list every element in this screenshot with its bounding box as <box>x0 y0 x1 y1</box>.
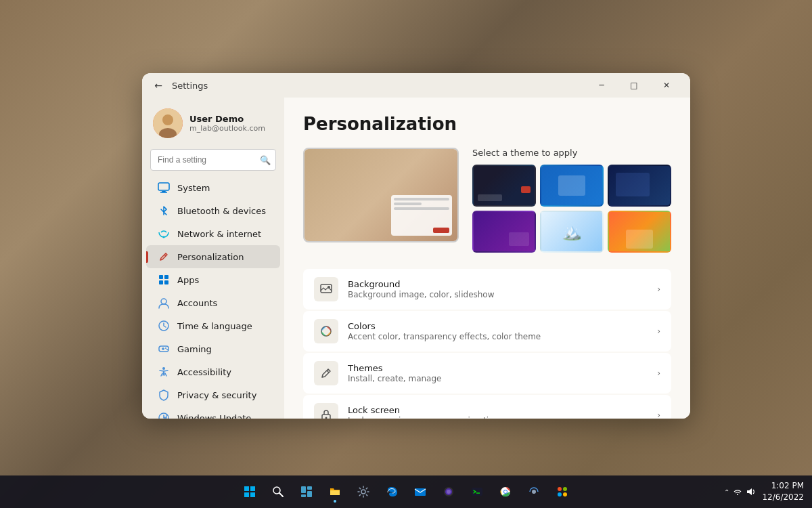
taskbar-widgets[interactable] <box>294 480 319 504</box>
time-icon <box>157 319 171 333</box>
taskbar-mail[interactable] <box>408 480 432 504</box>
svg-point-6 <box>163 236 165 238</box>
svg-point-1 <box>162 114 173 125</box>
taskbar-settings[interactable] <box>351 480 376 504</box>
taskbar-network-taskbar[interactable] <box>522 480 546 504</box>
settings-window: ← Settings ─ □ ✕ <box>142 73 690 419</box>
svg-rect-53 <box>558 492 562 496</box>
svg-point-17 <box>165 347 166 349</box>
window-title: Settings <box>172 81 586 91</box>
settings-item-background[interactable]: Background Background image, color, slid… <box>303 269 671 310</box>
colors-title: Colors <box>348 321 657 331</box>
search-input[interactable] <box>150 149 276 171</box>
theme-section: Select a theme to apply <box>303 148 671 253</box>
user-info: User Demo m_lab@outlook.com <box>189 114 273 133</box>
lock-screen-desc: Lock screen images, apps, animations <box>348 416 657 419</box>
mock-line-2 <box>394 203 422 205</box>
nav-item-gaming[interactable]: Gaming <box>146 337 280 360</box>
settings-item-colors[interactable]: Colors Accent color, transparency effect… <box>303 311 671 352</box>
svg-point-19 <box>162 367 165 370</box>
taskbar-clock[interactable]: 1:02 PM 12/6/2022 <box>762 480 804 503</box>
nav-item-system[interactable]: System <box>146 176 280 199</box>
system-tray: ⌃ <box>724 486 757 497</box>
taskbar-terminal[interactable] <box>465 480 489 504</box>
lock-screen-chevron: › <box>657 410 660 419</box>
sidebar: User Demo m_lab@outlook.com 🔍 <box>142 98 284 419</box>
svg-rect-10 <box>159 280 163 284</box>
search-icon: 🔍 <box>260 155 271 165</box>
theme-thumb-1[interactable] <box>472 165 536 207</box>
desktop: ← Settings ─ □ ✕ <box>0 0 812 508</box>
taskbar-store[interactable] <box>550 480 574 504</box>
settings-item-lock-screen[interactable]: Lock screen Lock screen images, apps, an… <box>303 395 671 419</box>
nav-label-network: Network & internet <box>177 229 261 239</box>
colors-text: Colors Accent color, transparency effect… <box>348 321 657 341</box>
close-button[interactable]: ✕ <box>651 76 682 95</box>
svg-rect-30 <box>244 486 249 491</box>
theme-thumb-6[interactable] <box>608 211 671 253</box>
privacy-icon <box>157 388 171 402</box>
taskbar-chrome[interactable] <box>493 480 518 504</box>
nav-item-windows-update[interactable]: Windows Update <box>146 406 280 419</box>
avatar <box>153 108 183 138</box>
svg-rect-3 <box>158 183 169 190</box>
nav-label-personalization: Personalization <box>177 252 244 262</box>
svg-point-12 <box>161 299 166 304</box>
minimize-button[interactable]: ─ <box>586 76 617 95</box>
nav-item-accounts[interactable]: Accounts <box>146 291 280 314</box>
svg-rect-31 <box>250 486 255 491</box>
svg-rect-51 <box>558 487 562 491</box>
maximize-button[interactable]: □ <box>618 76 650 95</box>
nav-item-bluetooth[interactable]: Bluetooth & devices <box>146 199 280 222</box>
lock-screen-icon <box>314 403 338 419</box>
theme-thumb-2[interactable] <box>540 165 604 207</box>
svg-rect-32 <box>244 492 249 497</box>
svg-rect-37 <box>307 486 312 490</box>
nav-item-privacy[interactable]: Privacy & security <box>146 383 280 406</box>
svg-point-44 <box>447 490 451 494</box>
nav-item-accessibility[interactable]: Accessibility <box>146 360 280 383</box>
settings-item-themes[interactable]: Themes Install, create, manage › <box>303 353 671 394</box>
clock-date: 12/6/2022 <box>762 492 804 503</box>
taskbar-file-explorer[interactable] <box>323 480 347 504</box>
mock-line-1 <box>394 198 449 200</box>
main-content: Personalization <box>284 98 690 419</box>
nav-item-personalization[interactable]: Personalization <box>146 245 280 268</box>
svg-rect-11 <box>164 280 168 284</box>
nav-item-apps[interactable]: Apps <box>146 268 280 291</box>
mock-button <box>433 228 449 233</box>
start-button[interactable] <box>238 480 262 504</box>
nav-item-network[interactable]: Network & internet <box>146 222 280 245</box>
svg-point-50 <box>532 490 536 494</box>
lock-screen-title: Lock screen <box>348 405 657 415</box>
background-desc: Background image, color, slideshow <box>348 290 657 299</box>
theme-grid-section: Select a theme to apply <box>472 148 671 253</box>
taskbar-search[interactable] <box>266 480 290 504</box>
svg-rect-52 <box>563 487 567 491</box>
personalization-icon <box>157 250 171 263</box>
taskbar-obs[interactable] <box>436 480 461 504</box>
svg-rect-39 <box>307 491 312 497</box>
taskbar-right: ⌃ 1:02 PM 12/6/2022 <box>724 480 804 503</box>
svg-line-24 <box>327 371 329 373</box>
background-icon <box>314 277 338 301</box>
back-button[interactable]: ← <box>150 77 166 93</box>
mock-line-3 <box>394 207 449 210</box>
nav-item-time[interactable]: Time & language <box>146 314 280 337</box>
nav-label-bluetooth: Bluetooth & devices <box>177 206 266 216</box>
colors-chevron: › <box>657 326 660 336</box>
taskbar-edge[interactable] <box>380 480 404 504</box>
nav-label-privacy: Privacy & security <box>177 390 256 400</box>
theme-thumb-4[interactable] <box>472 211 536 253</box>
nav-label-gaming: Gaming <box>177 344 212 354</box>
gaming-icon <box>157 342 171 356</box>
user-profile[interactable]: User Demo m_lab@outlook.com <box>142 103 284 149</box>
theme-thumb-3[interactable] <box>608 165 671 207</box>
tray-caret[interactable]: ⌃ <box>724 488 729 496</box>
themes-title: Themes <box>348 363 657 373</box>
themes-chevron: › <box>657 368 660 378</box>
theme-thumb-5[interactable]: 🏔️ <box>540 211 604 253</box>
nav-label-accounts: Accounts <box>177 298 217 308</box>
nav-label-apps: Apps <box>177 275 199 285</box>
nav-label-time: Time & language <box>177 321 252 331</box>
